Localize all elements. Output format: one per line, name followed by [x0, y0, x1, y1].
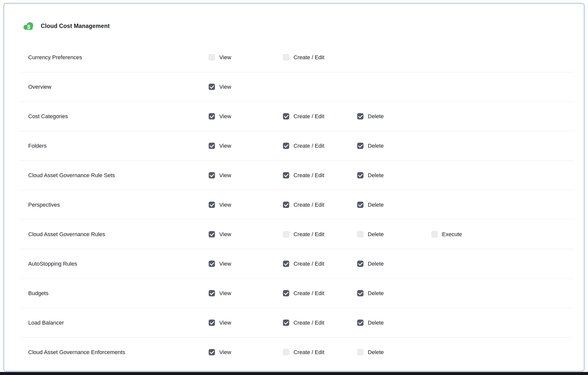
view-checkbox-label[interactable]: View: [219, 320, 231, 326]
create-edit-checkbox-label[interactable]: Create / Edit: [293, 172, 324, 179]
create-edit-checkbox-label[interactable]: Create / Edit: [293, 143, 324, 149]
view-checkbox[interactable]: [209, 172, 215, 178]
permission-row-label: Cloud Asset Governance Enforcements: [28, 349, 125, 356]
delete-checkbox-label[interactable]: Delete: [368, 320, 384, 326]
view-checkbox-label[interactable]: View: [219, 54, 231, 61]
permission-row-label: Currency Preferences: [28, 54, 82, 61]
permission-view: View: [209, 143, 231, 149]
create-edit-checkbox[interactable]: [283, 320, 289, 326]
view-checkbox[interactable]: [209, 143, 215, 149]
create-edit-checkbox-label[interactable]: Create / Edit: [293, 320, 324, 326]
create-edit-checkbox[interactable]: [283, 143, 289, 149]
permission-view: View: [209, 113, 231, 120]
view-checkbox-label[interactable]: View: [219, 290, 231, 297]
permission-execute: Execute: [431, 231, 462, 238]
view-checkbox[interactable]: [209, 349, 215, 355]
permission-create-edit: Create / Edit: [283, 172, 324, 179]
permission-view: View: [209, 172, 231, 179]
delete-checkbox[interactable]: [357, 143, 363, 149]
create-edit-checkbox-label[interactable]: Create / Edit: [293, 202, 324, 208]
permission-delete: Delete: [357, 113, 384, 120]
permissions-rows: Currency PreferencesViewCreate / EditOve…: [4, 43, 584, 367]
permission-view: View: [209, 84, 231, 90]
create-edit-checkbox-label[interactable]: Create / Edit: [293, 113, 324, 120]
view-checkbox-label[interactable]: View: [219, 231, 231, 238]
permission-delete: Delete: [357, 261, 384, 267]
delete-checkbox-label[interactable]: Delete: [368, 261, 384, 267]
view-checkbox[interactable]: [209, 202, 215, 208]
view-checkbox-label[interactable]: View: [219, 202, 231, 208]
delete-checkbox-label[interactable]: Delete: [368, 231, 384, 238]
view-checkbox[interactable]: [209, 231, 215, 237]
permission-row: PerspectivesViewCreate / EditDelete: [4, 190, 584, 220]
permission-row-label: Folders: [28, 143, 47, 149]
view-checkbox[interactable]: [209, 290, 215, 296]
create-edit-checkbox[interactable]: [283, 261, 289, 267]
permission-row-label: Cloud Asset Governance Rule Sets: [28, 172, 115, 179]
permission-view: View: [209, 290, 231, 297]
delete-checkbox-label[interactable]: Delete: [368, 202, 384, 208]
delete-checkbox[interactable]: [357, 261, 363, 267]
permission-create-edit: Create / Edit: [283, 113, 324, 120]
create-edit-checkbox-label[interactable]: Create / Edit: [293, 231, 324, 238]
permission-view: View: [209, 202, 231, 208]
permission-view: View: [209, 231, 231, 238]
view-checkbox-label[interactable]: View: [219, 113, 231, 120]
view-checkbox-label[interactable]: View: [219, 172, 231, 179]
permission-delete: Delete: [357, 172, 384, 179]
delete-checkbox[interactable]: [357, 172, 363, 178]
view-checkbox-label[interactable]: View: [219, 349, 231, 356]
card-header: $ Cloud Cost Management: [22, 21, 110, 31]
execute-checkbox-label[interactable]: Execute: [442, 231, 462, 238]
create-edit-checkbox[interactable]: [283, 54, 289, 60]
create-edit-checkbox[interactable]: [283, 290, 289, 296]
delete-checkbox[interactable]: [357, 113, 363, 119]
permission-delete: Delete: [357, 231, 384, 238]
view-checkbox-label[interactable]: View: [219, 143, 231, 149]
create-edit-checkbox-label[interactable]: Create / Edit: [293, 261, 324, 267]
delete-checkbox[interactable]: [357, 202, 363, 208]
delete-checkbox-label[interactable]: Delete: [368, 113, 384, 120]
create-edit-checkbox[interactable]: [283, 202, 289, 208]
create-edit-checkbox[interactable]: [283, 231, 289, 237]
permission-delete: Delete: [357, 290, 384, 297]
permission-create-edit: Create / Edit: [283, 143, 324, 149]
view-checkbox[interactable]: [209, 54, 215, 60]
permission-row-label: Cost Categories: [28, 113, 68, 120]
delete-checkbox-label[interactable]: Delete: [368, 290, 384, 297]
permission-delete: Delete: [357, 202, 384, 208]
delete-checkbox[interactable]: [357, 290, 363, 296]
view-checkbox[interactable]: [209, 261, 215, 267]
execute-checkbox[interactable]: [431, 231, 438, 237]
delete-checkbox-label[interactable]: Delete: [368, 143, 384, 149]
delete-checkbox[interactable]: [357, 320, 363, 326]
delete-checkbox-label[interactable]: Delete: [368, 172, 384, 179]
delete-checkbox[interactable]: [357, 231, 363, 237]
create-edit-checkbox[interactable]: [283, 172, 289, 178]
page-title: Cloud Cost Management: [41, 23, 110, 29]
cloud-cost-management-card: $ Cloud Cost Management Currency Prefere…: [4, 3, 584, 371]
permission-create-edit: Create / Edit: [283, 261, 324, 267]
create-edit-checkbox[interactable]: [283, 113, 289, 119]
view-checkbox[interactable]: [209, 113, 215, 119]
create-edit-checkbox-label[interactable]: Create / Edit: [293, 349, 324, 356]
delete-checkbox-label[interactable]: Delete: [368, 349, 384, 356]
delete-checkbox[interactable]: [357, 349, 363, 355]
permission-row-label: Overview: [28, 84, 51, 90]
permission-row: AutoStopping RulesViewCreate / EditDelet…: [4, 249, 584, 278]
view-checkbox[interactable]: [209, 84, 215, 90]
permission-create-edit: Create / Edit: [283, 202, 324, 208]
permission-create-edit: Create / Edit: [283, 231, 324, 238]
svg-text:$: $: [27, 24, 30, 30]
permission-create-edit: Create / Edit: [283, 320, 324, 326]
view-checkbox-label[interactable]: View: [219, 261, 231, 267]
permission-row-label: Perspectives: [28, 202, 60, 208]
view-checkbox[interactable]: [209, 320, 215, 326]
create-edit-checkbox-label[interactable]: Create / Edit: [293, 54, 324, 61]
permission-view: View: [209, 54, 231, 61]
create-edit-checkbox[interactable]: [283, 349, 289, 355]
create-edit-checkbox-label[interactable]: Create / Edit: [293, 290, 324, 297]
permission-row: BudgetsViewCreate / EditDelete: [4, 278, 584, 308]
permission-row: Currency PreferencesViewCreate / Edit: [4, 43, 584, 72]
view-checkbox-label[interactable]: View: [219, 84, 231, 90]
